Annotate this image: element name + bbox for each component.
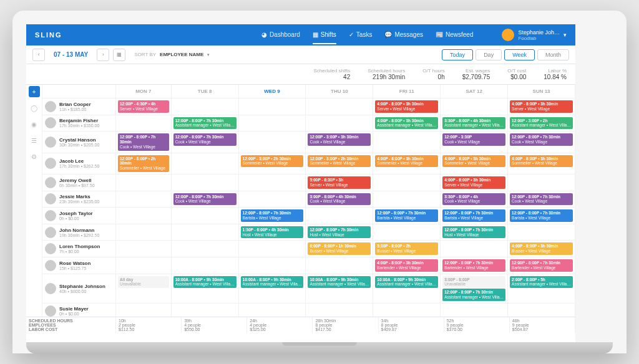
schedule-cell[interactable]: 2:00P - 8:00P • 5hAssistant manager • We… — [508, 274, 575, 304]
schedule-cell[interactable] — [508, 175, 575, 191]
schedule-cell[interactable] — [306, 115, 373, 132]
shift-block[interactable]: 12:00P - 8:00P • 7h 30minAssistant manag… — [173, 117, 237, 130]
schedule-cell[interactable] — [306, 208, 373, 224]
shift-block[interactable]: 12:00P - 3:00P • 2h 30minSommelier • Wes… — [308, 155, 371, 168]
shift-block[interactable]: 12:00P - 8:00P • 7h 30minBartender • Wes… — [442, 259, 505, 272]
shift-block[interactable]: 12:00P - 8:00P • 7h 30minBarista • West … — [241, 209, 304, 222]
shift-block[interactable]: 10:00A - 8:00P • 9h 30minAssistant manag… — [308, 276, 371, 289]
employee-cell[interactable]: Susie Mayer0h • $0.00 — [42, 304, 116, 317]
schedule-cell[interactable] — [306, 304, 373, 317]
schedule-cell[interactable]: 12:00P - 3:00P • 2h 30minSommelier • Wes… — [239, 153, 306, 175]
schedule-cell[interactable]: 3:30P - 8:00P • 4h 30minAssistant manage… — [441, 115, 508, 132]
list-view-icon[interactable]: ☰ — [29, 135, 40, 146]
schedule-cell[interactable] — [373, 132, 441, 153]
shift-block[interactable]: 12:00P - 3:30PCook • West Village — [442, 133, 505, 146]
schedule-cell[interactable] — [116, 304, 172, 317]
today-button[interactable]: Today — [442, 49, 473, 60]
schedule-cell[interactable]: 10:00A - 8:00P • 9h 30minAssistant manag… — [239, 274, 306, 304]
schedule-cell[interactable]: 12:00P - 4:30P • 4hServer • West Village — [116, 98, 172, 115]
shift-block[interactable]: 12:00P - 3:00P • 3h 30minCook • West Vil… — [308, 133, 371, 146]
shift-block[interactable]: 4:00P - 8:00P • 3h 30minAssistant manage… — [375, 117, 438, 130]
schedule-cell[interactable]: 12:00P - 3:00P • 3h 30minCook • West Vil… — [306, 132, 373, 153]
schedule-cell[interactable]: 12:00P - 8:00P • 7h 30minCook • West Vil… — [116, 132, 172, 153]
nav-messages[interactable]: 💬Messages — [384, 31, 423, 44]
shift-block[interactable]: 3:00P - 8:00PUnavailable — [442, 276, 505, 289]
schedule-cell[interactable] — [116, 241, 172, 257]
schedule-cell[interactable] — [441, 304, 508, 317]
shift-block[interactable]: 6:00P - 8:00P • 1h 30minBusser • West Vi… — [308, 242, 371, 255]
schedule-cell[interactable]: 12:00P - 3:00P • 2hAssistant manager • W… — [508, 115, 575, 132]
schedule-cell[interactable] — [239, 241, 306, 257]
schedule-cell[interactable] — [172, 257, 239, 274]
schedule-cell[interactable] — [116, 115, 172, 132]
shift-block[interactable]: 12:00P - 3:00P • 2h 30minSommelier • Wes… — [241, 155, 304, 168]
schedule-cell[interactable]: All dayUnavailable — [116, 274, 172, 304]
shift-block[interactable]: 3:00P - 8:00P • 4h 30minCook • West Vill… — [308, 193, 371, 206]
schedule-cell[interactable] — [239, 257, 306, 274]
day-header[interactable]: THU 10 — [306, 85, 373, 98]
shift-block[interactable]: 12:00P - 3:00P • 2h 30minSommelier • Wes… — [118, 155, 169, 172]
employee-cell[interactable]: John Normann19h 30min • $292.50 — [42, 224, 116, 241]
schedule-cell[interactable] — [373, 191, 441, 208]
schedule-cell[interactable] — [172, 175, 239, 191]
schedule-cell[interactable] — [116, 191, 172, 208]
schedule-cell[interactable]: 12:00P - 8:00P • 7h 30minBarista • West … — [239, 208, 306, 224]
schedule-cell[interactable] — [306, 98, 373, 115]
month-view-button[interactable]: Month — [537, 49, 569, 60]
schedule-cell[interactable]: 12:00P - 8:00P • 7h 30minCook • West Vil… — [508, 132, 575, 153]
people-filter-icon[interactable]: ◉ — [29, 118, 40, 130]
employee-cell[interactable]: Joseph Taylor0h • $0.00 — [42, 208, 116, 224]
calendar-picker-button[interactable]: ▦ — [113, 49, 125, 61]
schedule-cell[interactable] — [239, 175, 306, 191]
day-header[interactable]: FRI 11 — [373, 85, 441, 98]
shift-block[interactable]: 3:30P - 8:00P • 4hCook • West Village — [442, 193, 505, 206]
shift-block[interactable]: 12:00P - 8:00P • 7h 30minCook • West Vil… — [510, 133, 573, 146]
shift-block[interactable]: 12:00P - 8:00P • 7h 30minHost • West Vil… — [308, 226, 371, 239]
settings-icon[interactable]: ⚙ — [29, 151, 40, 162]
location-filter-icon[interactable]: ◯ — [29, 102, 40, 113]
schedule-cell[interactable]: 12:00P - 8:00P • 7h 30minBarista • West … — [441, 208, 508, 224]
schedule-cell[interactable]: 5:00P - 8:30P • 3hServer • West Village — [306, 175, 373, 191]
next-week-button[interactable]: › — [97, 49, 109, 61]
schedule-cell[interactable]: 1:30P - 6:00P • 4h 30minHost • West Vill… — [239, 224, 306, 241]
shift-block[interactable]: 12:00P - 8:00P • 7h 30minAssistant manag… — [442, 289, 505, 301]
shift-block[interactable]: 12:00P - 3:00P • 2hAssistant manager • W… — [510, 117, 573, 130]
schedule-cell[interactable]: 12:00P - 8:00P • 7h 30minHost • West Vil… — [306, 224, 373, 241]
employee-cell[interactable]: Benjamin Fisher17h 30min • $350.00 — [42, 115, 116, 132]
schedule-cell[interactable]: 10:00A - 8:00P • 9h 30minAssistant manag… — [172, 274, 239, 304]
schedule-cell[interactable]: 12:00P - 8:00P • 7h 30minCook • West Vil… — [172, 132, 239, 153]
schedule-cell[interactable]: 6:00P - 8:00P • 1h 30minBusser • West Vi… — [306, 241, 373, 257]
shift-block[interactable]: 10:00A - 8:00P • 9h 30minAssistant manag… — [173, 276, 237, 289]
day-view-button[interactable]: Day — [476, 49, 502, 60]
schedule-cell[interactable] — [441, 98, 508, 115]
shift-block[interactable]: 3:30P - 8:00P • 4h 30minAssistant manage… — [442, 117, 505, 130]
shift-block[interactable]: All dayUnavailable — [118, 276, 169, 289]
nav-dashboard[interactable]: ◕Dashboard — [261, 31, 300, 44]
schedule-cell[interactable]: 3:30P - 8:00P • 4hCook • West Village — [441, 191, 508, 208]
schedule-cell[interactable]: 12:00P - 3:00P • 2h 30minSommelier • Wes… — [116, 153, 172, 175]
schedule-cell[interactable]: 12:00P - 8:00P • 7h 30minBarista • West … — [373, 208, 441, 224]
schedule-cell[interactable]: 3:00P - 8:00PUnavailable12:00P - 8:00P •… — [441, 274, 508, 304]
schedule-cell[interactable] — [239, 98, 306, 115]
employee-cell[interactable]: Stephanie Johnson40h • $800.00 — [42, 274, 116, 304]
schedule-cell[interactable] — [239, 191, 306, 208]
shift-block[interactable]: 4:00P - 8:00P • 3h 30minSommelier • West… — [375, 155, 438, 168]
schedule-cell[interactable] — [441, 241, 508, 257]
schedule-cell[interactable] — [172, 98, 239, 115]
schedule-cell[interactable]: 12:00P - 8:00P • 7h 30minBarista • West … — [508, 208, 575, 224]
schedule-cell[interactable]: 4:00P - 8:00P • 3h 30minServer • West Vi… — [441, 175, 508, 191]
schedule-cell[interactable] — [239, 304, 306, 317]
schedule-cell[interactable]: 4:00P - 8:00P • 3h 30minServer • West Vi… — [373, 98, 441, 115]
week-view-button[interactable]: Week — [504, 49, 535, 60]
schedule-cell[interactable]: 4:00P - 8:00P • 3h 30minSommelier • West… — [373, 153, 441, 175]
schedule-cell[interactable] — [239, 115, 306, 132]
schedule-cell[interactable]: 4:00P - 8:00P • 3h 30minSommelier • West… — [508, 153, 575, 175]
schedule-cell[interactable] — [172, 153, 239, 175]
shift-block[interactable]: 12:00P - 4:30P • 4hServer • West Village — [118, 100, 169, 113]
employee-cell[interactable]: Jessie Marks23h 30min • $235.00 — [42, 191, 116, 208]
shift-block[interactable]: 12:00P - 8:00P • 7h 30minCook • West Vil… — [118, 133, 169, 150]
shift-block[interactable]: 2:00P - 8:00P • 5hAssistant manager • We… — [510, 276, 573, 289]
schedule-cell[interactable]: 4:00P - 8:00P • 3h 30minBartender • West… — [373, 257, 441, 274]
shift-block[interactable]: 4:00P - 8:00P • 3h 30minServer • West Vi… — [442, 176, 505, 189]
schedule-cell[interactable] — [239, 132, 306, 153]
